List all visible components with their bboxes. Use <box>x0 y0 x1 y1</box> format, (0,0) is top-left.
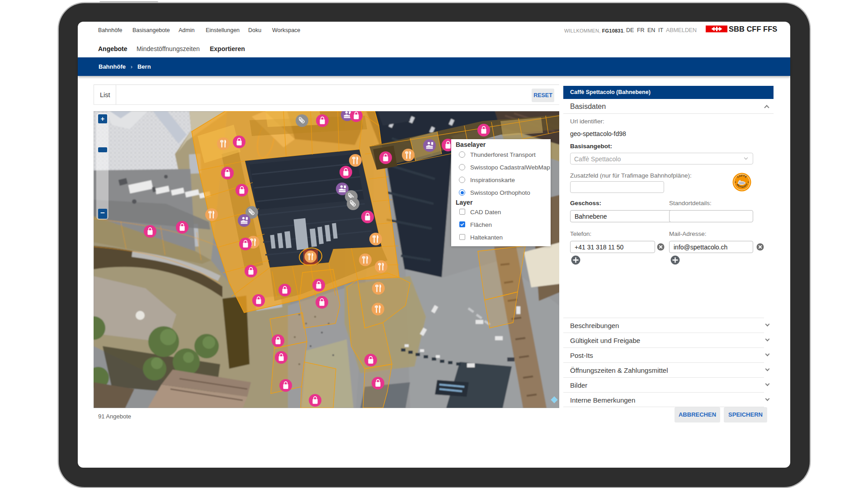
svg-text:SBB CFF FFS: SBB CFF FFS <box>729 25 777 33</box>
